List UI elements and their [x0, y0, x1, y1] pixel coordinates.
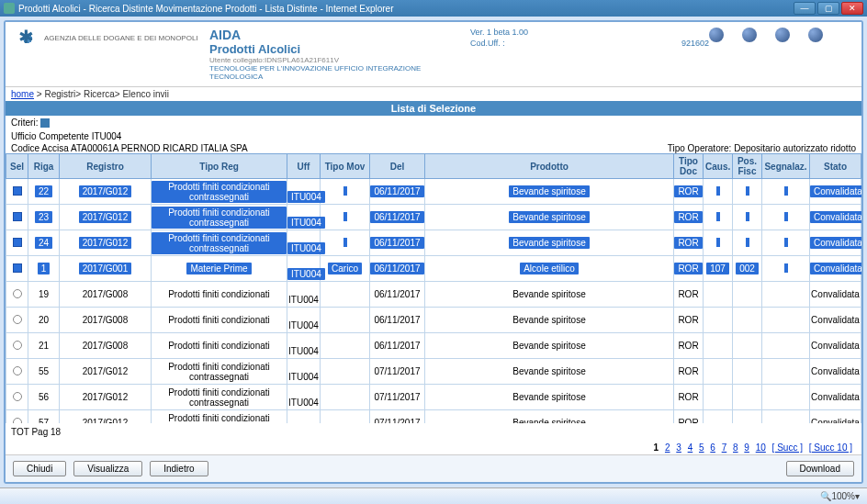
table-row[interactable]: 192017/G008Prodotti finiti condizionatiI…	[6, 282, 861, 308]
window-title: Prodotti Alcolici - Ricerca Distinte Mov…	[18, 4, 794, 14]
cell-caus: 107	[704, 256, 733, 282]
user-line: Utente collegato:IDNSPLA61A21F611V	[209, 56, 470, 64]
page-10[interactable]: 10	[756, 442, 766, 453]
cell-sel[interactable]	[6, 230, 28, 256]
cell-stato: Convalidata	[810, 256, 861, 282]
row-radio[interactable]	[13, 366, 22, 375]
row-radio[interactable]	[13, 341, 22, 350]
table-row[interactable]: 12017/G001Materie PrimeITU004Carico06/11…	[6, 256, 861, 282]
table-row[interactable]: 242017/G012Prodotti finiti condizionati …	[6, 230, 861, 256]
zoom-icon[interactable]: 🔍	[820, 491, 831, 501]
page-8[interactable]: 8	[733, 442, 738, 453]
col-tipodoc[interactable]: Tipo Doc	[674, 154, 704, 179]
row-radio[interactable]	[13, 186, 22, 196]
cell-tipodoc: ROR	[674, 333, 704, 359]
cell-stato: Convalidata	[810, 230, 861, 256]
col-stato[interactable]: Stato	[810, 154, 861, 179]
page-2[interactable]: 2	[665, 442, 670, 453]
col-riga[interactable]: Riga	[28, 154, 60, 179]
cell-stato: Convalidata	[810, 410, 861, 423]
table-row[interactable]: 552017/G012Prodotti finiti condizionati …	[6, 359, 861, 385]
page-next[interactable]: [ Succ ]	[772, 442, 803, 453]
col-del[interactable]: Del	[370, 154, 425, 179]
table-row[interactable]: 212017/G008Prodotti finiti condizionatiI…	[6, 333, 861, 359]
cell-sel[interactable]	[6, 205, 28, 230]
criteria-expand-icon[interactable]	[40, 118, 50, 128]
cell-segnalaz	[762, 230, 810, 256]
cell-sel[interactable]	[6, 333, 28, 359]
minimize-button[interactable]: —	[794, 2, 816, 15]
chiudi-button[interactable]: Chiudi	[13, 461, 66, 476]
cell-sel[interactable]	[6, 179, 28, 205]
cell-sel[interactable]	[6, 282, 28, 308]
col-tipomov[interactable]: Tipo Mov	[321, 154, 370, 179]
col-tiporeg[interactable]: Tipo Reg	[152, 154, 287, 179]
page-next10[interactable]: [ Succ 10 ]	[809, 442, 852, 453]
col-sel[interactable]: Sel	[6, 154, 28, 179]
help-icon[interactable]	[775, 28, 790, 42]
row-radio[interactable]	[13, 289, 22, 298]
cell-registro: 2017/G001	[60, 256, 152, 282]
col-posfisc[interactable]: Pos. Fisc	[733, 154, 762, 179]
col-registro[interactable]: Registro	[60, 154, 152, 179]
row-radio[interactable]	[13, 263, 22, 273]
cell-riga: 20	[28, 308, 60, 333]
row-radio[interactable]	[13, 392, 22, 401]
cell-tipomov	[321, 333, 370, 359]
cell-prodotto: Bevande spiritose	[425, 230, 674, 256]
cell-registro: 2017/G012	[60, 385, 152, 410]
maximize-button[interactable]: ▢	[817, 2, 839, 15]
cell-posfisc	[733, 333, 762, 359]
app-title-area: AIDA Prodotti Alcolici Utente collegato:…	[209, 28, 470, 81]
row-radio[interactable]	[13, 212, 22, 221]
page-7[interactable]: 7	[722, 442, 727, 453]
cell-caus	[704, 308, 733, 333]
exit-icon[interactable]	[808, 28, 823, 42]
row-radio[interactable]	[13, 238, 22, 247]
table-row[interactable]: 572017/G012Prodotti finiti condizionati …	[6, 410, 861, 423]
visualizza-button[interactable]: Visualizza	[73, 461, 142, 476]
cell-sel[interactable]	[6, 410, 28, 423]
cell-uff: ITU004	[287, 359, 321, 385]
cell-riga: 23	[28, 205, 60, 230]
col-prodotto[interactable]: Prodotto	[425, 154, 674, 179]
cell-sel[interactable]	[6, 256, 28, 282]
zoom-dropdown-icon[interactable]: ▾	[855, 491, 860, 501]
indietro-button[interactable]: Indietro	[150, 461, 208, 476]
inner-panel: AGENZIA DELLE DOGANE E DEI MONOPOLI AIDA…	[4, 20, 863, 484]
breadcrumb-home[interactable]: home	[11, 89, 34, 99]
close-button[interactable]: ✕	[841, 2, 863, 15]
download-button[interactable]: Download	[786, 461, 854, 476]
row-radio[interactable]	[13, 315, 22, 324]
page-4[interactable]: 4	[688, 442, 693, 453]
page-5[interactable]: 5	[699, 442, 704, 453]
cell-tipodoc: ROR	[674, 282, 704, 308]
button-row: Chiudi Visualizza Indietro Download	[6, 454, 861, 482]
table-row[interactable]: 562017/G012Prodotti finiti condizionati …	[6, 385, 861, 410]
cell-registro: 2017/G012	[60, 359, 152, 385]
col-caus[interactable]: Caus.	[704, 154, 733, 179]
col-segnalaz[interactable]: Segnalaz.	[762, 154, 810, 179]
app-title: AIDA	[209, 28, 470, 42]
cell-registro: 2017/G008	[60, 333, 152, 359]
col-uff[interactable]: Uff	[287, 154, 321, 179]
cell-uff: ITU004	[287, 410, 321, 423]
cell-registro: 2017/G012	[60, 230, 152, 256]
page-9[interactable]: 9	[744, 442, 749, 453]
page-6[interactable]: 6	[710, 442, 715, 453]
cell-stato: Convalidata	[810, 333, 861, 359]
zoom-level[interactable]: 100%	[831, 491, 855, 501]
table-row[interactable]: 202017/G008Prodotti finiti condizionatiI…	[6, 308, 861, 333]
page-1[interactable]: 1	[654, 442, 659, 453]
cell-del: 06/11/2017	[370, 179, 425, 205]
home-icon[interactable]	[709, 28, 724, 42]
cell-sel[interactable]	[6, 359, 28, 385]
cell-sel[interactable]	[6, 385, 28, 410]
cell-sel[interactable]	[6, 308, 28, 333]
info-icon[interactable]	[742, 28, 757, 42]
table-row[interactable]: 222017/G012Prodotti finiti condizionati …	[6, 179, 861, 205]
cell-uff: ITU004	[287, 256, 321, 282]
table-row[interactable]: 232017/G012Prodotti finiti condizionati …	[6, 205, 861, 230]
criteria-label: Criteri:	[11, 118, 38, 128]
page-3[interactable]: 3	[676, 442, 681, 453]
